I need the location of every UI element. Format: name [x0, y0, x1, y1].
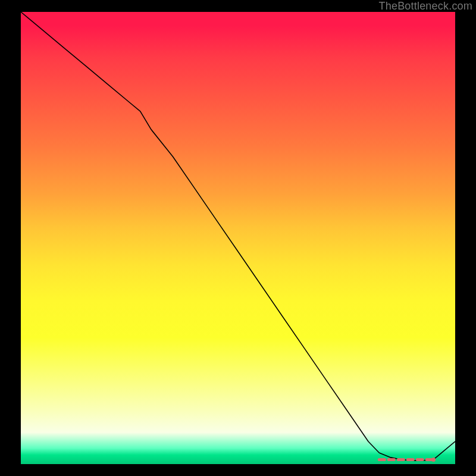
chart-stage: TheBottleneck.com [0, 0, 476, 476]
watermark-text: TheBottleneck.com [379, 0, 472, 12]
endpoint-dot [431, 458, 436, 462]
chart-svg [21, 12, 455, 464]
bottleneck-curve [21, 12, 455, 461]
plot-area [21, 12, 455, 464]
